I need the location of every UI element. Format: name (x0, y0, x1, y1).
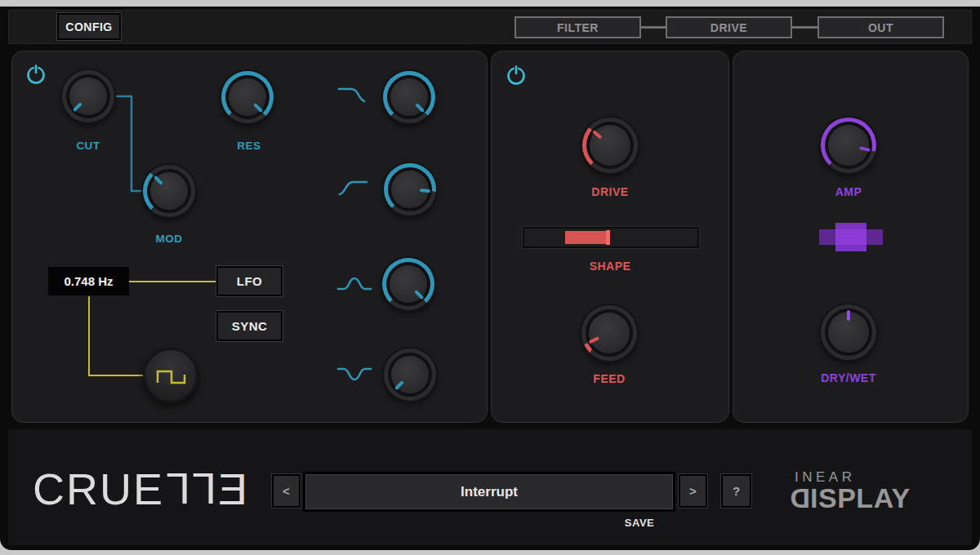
preset-next-button[interactable]: > (680, 476, 706, 506)
drive-panel: DRIVE SHAPE FEED (491, 51, 729, 423)
amp-label: AMP (835, 185, 862, 198)
save-button[interactable]: SAVE (625, 517, 654, 529)
lowpass-icon (336, 82, 373, 105)
square-wave-icon (154, 366, 187, 385)
cut-knob[interactable] (62, 70, 114, 122)
out-panel: AMP DRY/WET (733, 51, 969, 423)
nav-tab-filter[interactable]: FILTER (514, 16, 641, 38)
drywet-knob[interactable] (821, 304, 876, 360)
highpass-icon (336, 175, 373, 198)
preset-prev-button[interactable]: < (274, 476, 299, 506)
shape-slider-handle[interactable] (606, 230, 610, 245)
lfo-wave-knob[interactable] (143, 348, 198, 403)
res-knob[interactable] (221, 71, 274, 123)
res-label: RES (237, 140, 261, 152)
drive-power-icon[interactable] (506, 64, 527, 86)
lfo-button[interactable]: LFO (216, 266, 283, 296)
notch-icon (336, 362, 373, 385)
bandpass-knob[interactable] (382, 258, 434, 310)
lfo-rate-display[interactable]: 0.748 Hz (48, 267, 129, 295)
top-bar: CONFIG FILTER DRIVE OUT (8, 10, 972, 44)
bandpass-icon (336, 272, 373, 295)
preset-display[interactable]: Interrupt (305, 474, 673, 509)
drywet-label: DRY/WET (821, 371, 876, 384)
config-button[interactable]: CONFIG (57, 13, 121, 40)
cut-label: CUT (76, 140, 100, 152)
brand-name-bottom: DISPLAY (790, 484, 911, 512)
drive-knob[interactable] (582, 118, 638, 173)
notch-knob[interactable] (384, 349, 436, 401)
filter-panel: CUT RES MOD (11, 51, 488, 423)
cruelle-logo: CRUELLE (33, 467, 247, 511)
plugin-window: CONFIG FILTER DRIVE OUT CUT RES MOD (0, 7, 980, 550)
nav-connector (792, 26, 817, 29)
shape-slider[interactable] (523, 227, 699, 248)
nav-tab-drive[interactable]: DRIVE (666, 16, 792, 38)
lowpass-knob[interactable] (383, 71, 435, 123)
amp-knob[interactable] (821, 118, 876, 173)
shape-slider-fill (565, 231, 607, 244)
sync-button[interactable]: SYNC (216, 311, 283, 341)
nav-tab-out[interactable]: OUT (817, 16, 944, 38)
highpass-knob[interactable] (384, 163, 436, 215)
help-button[interactable]: ? (723, 476, 750, 506)
shape-label: SHAPE (590, 260, 631, 273)
mod-knob[interactable] (143, 165, 195, 217)
drive-label: DRIVE (591, 185, 628, 198)
mod-label: MOD (156, 233, 183, 245)
footer-bar: CRUELLE < Interrupt > ? SAVE INEAR DISPL… (8, 429, 972, 545)
nav-connector (641, 26, 666, 29)
filter-power-icon[interactable] (25, 64, 47, 85)
feed-label: FEED (593, 372, 625, 385)
feed-knob[interactable] (581, 305, 637, 361)
